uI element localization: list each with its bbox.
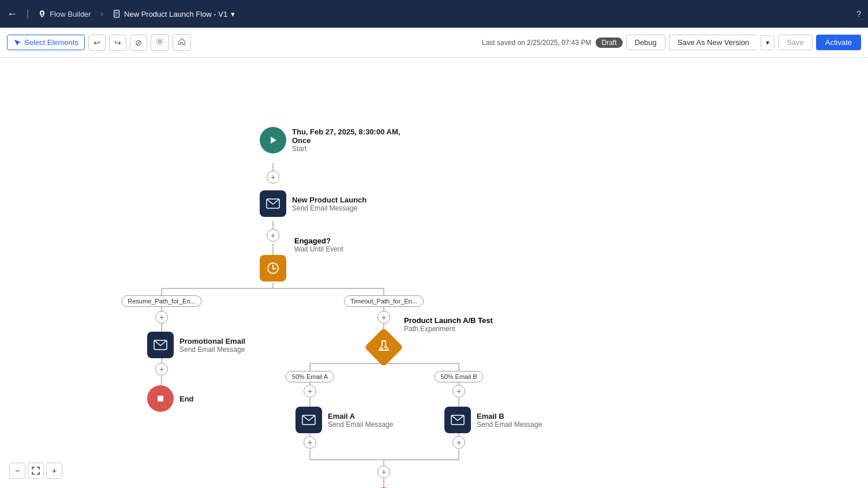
svg-point-42 — [384, 347, 386, 348]
email-b-node[interactable]: Email B Send Email Message — [444, 407, 542, 433]
save-status: Last saved on 2/25/2025, 07:43 PM Draft — [482, 37, 622, 48]
flow-connections — [0, 58, 868, 488]
email-node[interactable]: New Product Launch Send Email Message — [260, 190, 366, 217]
add-after-email[interactable]: + — [267, 229, 279, 242]
start-node[interactable]: Thu, Feb 27, 2025, 8:30:00 AM, Once Star… — [260, 127, 400, 153]
svg-point-41 — [381, 348, 383, 350]
email-a-label: Email A Send Email Message — [328, 412, 393, 429]
add-path-a[interactable]: + — [304, 385, 316, 397]
save-new-version-dropdown[interactable]: ▾ — [761, 35, 775, 50]
debug-button[interactable]: Debug — [626, 35, 665, 50]
promo-email-icon — [154, 340, 167, 350]
ab-test-label: Product Launch A/B Test Path Experiment — [404, 316, 493, 333]
fit-icon — [32, 467, 40, 475]
home-icon — [178, 37, 186, 46]
add-after-start[interactable]: + — [267, 171, 279, 183]
end-left-node[interactable]: End — [147, 385, 194, 412]
nav-sep: › — [100, 9, 103, 19]
stop-button[interactable]: ⊘ — [130, 35, 147, 51]
svg-marker-34 — [271, 137, 276, 144]
timeout-path-label[interactable]: Timeout_Path_for_En... — [344, 295, 424, 307]
nav-dropdown-icon[interactable]: ▾ — [231, 10, 235, 18]
add-after-promo[interactable]: + — [155, 363, 168, 376]
flow-builder-nav[interactable]: Flow Builder — [38, 10, 91, 18]
svg-point-0 — [41, 12, 44, 14]
resume-path-label[interactable]: Resume_Path_for_En... — [121, 295, 201, 307]
add-merge[interactable]: + — [377, 466, 390, 478]
clock-icon — [266, 261, 280, 275]
flow-canvas[interactable]: Thu, Feb 27, 2025, 8:30:00 AM, Once Star… — [0, 58, 868, 488]
zoom-controls: − + — [9, 463, 62, 479]
activate-button[interactable]: Activate — [816, 35, 861, 50]
nav-divider: | — [27, 9, 29, 19]
gear-icon — [156, 37, 164, 46]
settings-button[interactable] — [151, 34, 169, 51]
back-button[interactable]: ← — [7, 8, 17, 20]
redo-icon: ↪ — [114, 38, 121, 47]
top-nav: ← | Flow Builder › New Product Launch Fl… — [0, 0, 868, 28]
cursor-icon — [13, 39, 21, 47]
back-icon: ← — [7, 8, 17, 20]
help-button[interactable]: ? — [856, 9, 861, 18]
flow-builder-label: Flow Builder — [50, 10, 91, 18]
undo-icon: ↩ — [93, 38, 100, 47]
wait-node[interactable] — [260, 255, 286, 281]
end-left-label: End — [179, 395, 194, 403]
email-b-label: Email B Send Email Message — [477, 412, 542, 429]
stop-end-icon — [155, 393, 166, 404]
toolbar: Select Elements ↩ ↪ ⊘ Last saved on 2/25… — [0, 28, 868, 58]
email-icon — [266, 198, 280, 209]
experiment-icon — [377, 339, 391, 353]
document-icon — [113, 10, 121, 18]
save-button[interactable]: Save — [778, 35, 813, 50]
select-elements-button[interactable]: Select Elements — [7, 35, 85, 50]
save-new-version-button[interactable]: Save As New Version — [669, 35, 757, 50]
email-node-label: New Product Launch Send Email Message — [292, 196, 366, 212]
add-after-email-b[interactable]: + — [452, 436, 465, 449]
add-path-b[interactable]: + — [452, 385, 465, 397]
path-a-label[interactable]: 50% Email A — [286, 371, 334, 382]
stop-icon: ⊘ — [135, 38, 142, 47]
play-icon — [267, 134, 279, 146]
add-after-email-a[interactable]: + — [304, 436, 316, 449]
add-after-timeout[interactable]: + — [377, 311, 390, 324]
svg-rect-40 — [158, 396, 163, 401]
flow-name-nav[interactable]: New Product Launch Flow - V1 ▾ — [113, 10, 235, 18]
draft-badge: Draft — [596, 37, 622, 48]
location-icon — [38, 10, 46, 18]
redo-button[interactable]: ↪ — [109, 35, 126, 51]
email-a-node[interactable]: Email A Send Email Message — [295, 407, 393, 433]
ab-test-node[interactable] — [370, 333, 398, 361]
wait-label: Engaged? Wait Until Event — [294, 237, 343, 253]
path-b-label[interactable]: 50% Email B — [435, 371, 484, 382]
email-b-icon — [451, 415, 465, 425]
dropdown-icon: ▾ — [766, 39, 769, 47]
promo-email-node[interactable]: Promotional Email Send Email Message — [147, 332, 245, 358]
zoom-in-button[interactable]: + — [46, 463, 62, 479]
undo-button[interactable]: ↩ — [88, 35, 106, 51]
email-a-icon — [302, 415, 316, 425]
template-button[interactable] — [173, 34, 191, 51]
svg-point-5 — [159, 40, 161, 43]
zoom-fit-button[interactable] — [28, 463, 44, 479]
add-after-resume[interactable]: + — [155, 311, 168, 324]
start-node-label: Thu, Feb 27, 2025, 8:30:00 AM, Once Star… — [292, 127, 400, 153]
zoom-out-button[interactable]: − — [9, 463, 25, 479]
flow-name-label: New Product Launch Flow - V1 — [124, 10, 227, 18]
promo-email-label: Promotional Email Send Email Message — [179, 337, 245, 354]
